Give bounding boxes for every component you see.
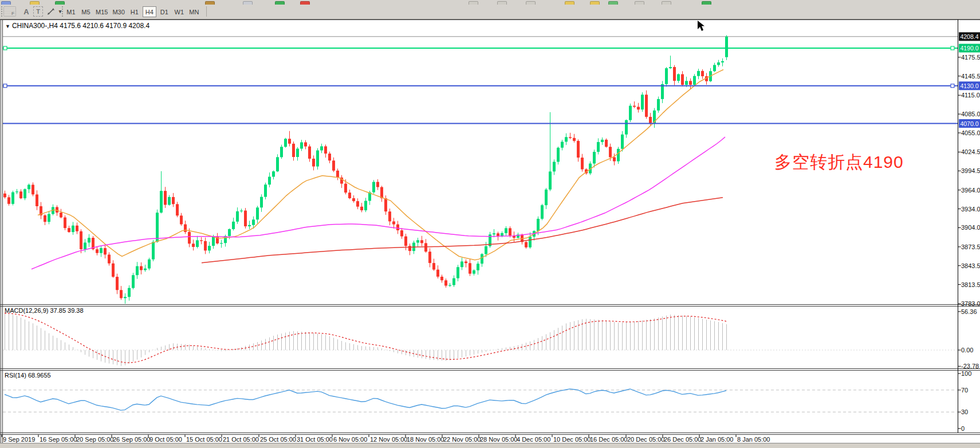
svg-text:3783.0: 3783.0 xyxy=(961,300,980,307)
timeframe-button-h1[interactable]: H1 xyxy=(128,6,141,17)
svg-text:9 Sep 2019: 9 Sep 2019 xyxy=(3,436,35,443)
rsi-indicator-label: RSI(14) 68.9655 xyxy=(5,372,51,379)
diagonal-arrows-icon xyxy=(46,7,56,16)
fibonacci-tool-icon[interactable]: F xyxy=(3,6,16,17)
svg-text:4145.5: 4145.5 xyxy=(961,73,980,80)
svg-text:15 Oct 05:00: 15 Oct 05:00 xyxy=(186,436,222,443)
timeframe-button-m15[interactable]: M15 xyxy=(94,6,109,17)
svg-text:10 Dec 05:00: 10 Dec 05:00 xyxy=(553,436,591,443)
svg-text:16 Dec 05:00: 16 Dec 05:00 xyxy=(590,436,627,443)
svg-text:26 Dec 05:00: 26 Dec 05:00 xyxy=(664,436,701,443)
level-handle[interactable] xyxy=(3,46,7,50)
svg-text:4024.5: 4024.5 xyxy=(961,148,980,155)
svg-text:3994.5: 3994.5 xyxy=(961,167,980,174)
svg-text:25 Oct 05:00: 25 Oct 05:00 xyxy=(260,436,296,443)
svg-text:70: 70 xyxy=(961,387,968,394)
svg-text:3813.5: 3813.5 xyxy=(961,281,980,288)
svg-text:12 Nov 05:00: 12 Nov 05:00 xyxy=(370,436,407,443)
macd-indicator-label: MACD(12,26,9) 37.85 39.38 xyxy=(5,307,84,314)
svg-text:3843.5: 3843.5 xyxy=(961,262,980,269)
svg-text:3904.0: 3904.0 xyxy=(961,224,980,231)
svg-text:100: 100 xyxy=(961,370,971,377)
symbol-dropdown-icon[interactable]: ▼ xyxy=(5,23,10,29)
level-handle[interactable] xyxy=(951,84,954,88)
svg-text:3934.0: 3934.0 xyxy=(961,206,980,213)
svg-text:4055.0: 4055.0 xyxy=(961,129,980,136)
svg-text:22 Nov 05:00: 22 Nov 05:00 xyxy=(443,436,481,443)
bottom-scroll-strip[interactable] xyxy=(0,443,980,448)
svg-text:8 Jan 05:00: 8 Jan 05:00 xyxy=(737,436,770,443)
svg-text:20 Sep 05:00: 20 Sep 05:00 xyxy=(76,436,113,443)
arrow-tool-icon[interactable] xyxy=(46,6,56,17)
price-badge-4130.0: 4130.0 xyxy=(959,81,980,90)
svg-text:0.00: 0.00 xyxy=(961,347,973,353)
symbol-ohlc-text: CHINA300-,H4 4175.6 4210.6 4170.9 4208.4 xyxy=(12,22,149,30)
timeframe-button-m30[interactable]: M30 xyxy=(111,6,126,17)
level-handle[interactable] xyxy=(3,84,7,88)
svg-text:4130.0: 4130.0 xyxy=(960,82,978,89)
top-toolbar-strip xyxy=(0,0,980,5)
timeframe-button-m1[interactable]: M1 xyxy=(64,6,78,17)
time-axis: 9 Sep 201916 Sep 05:0020 Sep 05:0026 Sep… xyxy=(2,435,770,443)
svg-text:56.36: 56.36 xyxy=(961,308,977,315)
svg-text:20 Dec 05:00: 20 Dec 05:00 xyxy=(627,436,664,443)
svg-text:9 Oct 05:00: 9 Oct 05:00 xyxy=(149,436,182,443)
price-badge-4190.0: 4190.0 xyxy=(959,44,980,53)
price-badge-4208.4: 4208.4 xyxy=(959,32,980,41)
svg-text:21 Oct 05:00: 21 Oct 05:00 xyxy=(223,436,259,443)
level-handle[interactable] xyxy=(951,46,954,50)
timeframe-button-mn[interactable]: MN xyxy=(187,6,201,17)
svg-text:-23.78: -23.78 xyxy=(961,363,979,370)
svg-text:0: 0 xyxy=(961,425,965,432)
chart-text-annotation[interactable]: 多空转折点4190 xyxy=(774,151,904,174)
svg-text:4115.0: 4115.0 xyxy=(961,92,980,99)
timeframe-button-m5[interactable]: M5 xyxy=(79,6,93,17)
svg-text:3873.5: 3873.5 xyxy=(961,243,980,250)
svg-text:28 Nov 05:00: 28 Nov 05:00 xyxy=(480,436,517,443)
svg-text:4175.5: 4175.5 xyxy=(961,54,980,61)
svg-text:4190.0: 4190.0 xyxy=(960,45,978,52)
toolbar-separator xyxy=(206,6,207,17)
svg-text:4208.4: 4208.4 xyxy=(960,33,978,40)
svg-text:2 Jan 05:00: 2 Jan 05:00 xyxy=(700,436,734,443)
text-tool-icon[interactable]: T xyxy=(33,6,43,17)
svg-text:4085.0: 4085.0 xyxy=(961,111,980,117)
svg-text:26 Sep 05:00: 26 Sep 05:00 xyxy=(113,436,150,443)
text-label-tool-icon[interactable]: A xyxy=(22,6,31,17)
price-badge-4070.0: 4070.0 xyxy=(959,119,980,128)
line-studies-toolbar: F A T ▾ M1M5M15M30H1H4D1W1MN xyxy=(0,5,980,19)
svg-text:3964.0: 3964.0 xyxy=(961,187,980,194)
chart-canvas[interactable]: 4175.54145.54115.04085.04055.04024.53994… xyxy=(0,19,980,448)
svg-text:6 Nov 05:00: 6 Nov 05:00 xyxy=(333,436,367,443)
timeframe-button-h4[interactable]: H4 xyxy=(143,6,156,17)
svg-text:18 Nov 05:00: 18 Nov 05:00 xyxy=(407,436,444,443)
symbol-title[interactable]: ▼CHINA300-,H4 4175.6 4210.6 4170.9 4208.… xyxy=(5,22,149,30)
svg-text:30: 30 xyxy=(961,408,968,415)
svg-text:31 Oct 05:00: 31 Oct 05:00 xyxy=(297,436,333,443)
timeframe-bar: M1M5M15M30H1H4D1W1MN xyxy=(64,6,201,17)
timeframe-button-w1[interactable]: W1 xyxy=(172,6,186,17)
svg-text:4 Dec 05:00: 4 Dec 05:00 xyxy=(517,436,550,443)
svg-text:4070.0: 4070.0 xyxy=(960,120,978,127)
svg-text:16 Sep 05:00: 16 Sep 05:00 xyxy=(40,436,77,443)
timeframe-button-d1[interactable]: D1 xyxy=(158,6,171,17)
